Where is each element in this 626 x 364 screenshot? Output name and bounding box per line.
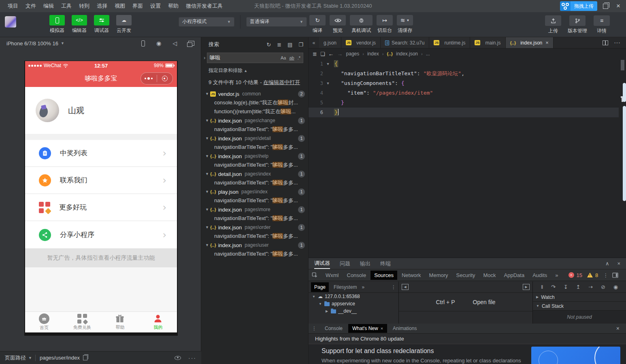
more-menu-button[interactable] xyxy=(141,77,157,80)
open-file-label[interactable]: Open file xyxy=(473,299,496,305)
copy-icon[interactable] xyxy=(83,355,87,360)
switch-background-button[interactable]: ↦ 切后台 xyxy=(377,15,393,34)
collapse-all-icon[interactable]: ❐ xyxy=(298,42,303,48)
editor-tab-vendorjs[interactable]: JSvendor.js xyxy=(341,37,381,48)
panel-tab-output[interactable]: 输出 xyxy=(360,260,370,267)
drawer-kebab-icon[interactable]: ⋮ xyxy=(312,326,317,331)
close-tab-icon[interactable]: × xyxy=(381,326,383,331)
devtools-tab-network[interactable]: Network xyxy=(398,271,425,280)
menu-edit[interactable]: 编辑 xyxy=(40,0,57,12)
menu-settings[interactable]: 设置 xyxy=(147,0,164,12)
dir-filter-toggle[interactable]: 指定目录和排除 ▲ xyxy=(201,63,308,74)
account-avatar[interactable] xyxy=(5,16,16,28)
menu-project[interactable]: 项目 xyxy=(4,0,22,12)
editor-toggle-button[interactable]: </> 编辑器 xyxy=(70,15,89,34)
deactivate-breakpoints-icon[interactable]: ⊘ xyxy=(601,284,605,290)
outline-icon[interactable]: ≣ xyxy=(313,51,317,57)
devtools-tab-security[interactable]: Security xyxy=(453,271,479,280)
close-panel-icon[interactable]: × xyxy=(617,260,620,267)
devtools-tab-audits[interactable]: Audits xyxy=(529,271,551,280)
drag-upload-button[interactable]: 拖拽上传 xyxy=(560,1,597,11)
devtools-tab-sources[interactable]: Sources xyxy=(370,271,397,280)
editor-tab-gjson[interactable]: g.json xyxy=(319,37,341,48)
eye-icon[interactable] xyxy=(175,356,181,360)
upload-button[interactable]: 上传 xyxy=(545,15,561,34)
editor-tab-search[interactable]: Search: 32.u7u xyxy=(381,37,429,48)
menu-goto[interactable]: 转到 xyxy=(75,0,93,12)
breadcrumb-item[interactable]: index xyxy=(367,51,379,57)
code-area[interactable]: 1 ▼ { 2 "navigationBarTitleText": "欧皇源码论… xyxy=(309,59,619,258)
menu-item-share[interactable]: 分享小程序 › xyxy=(25,221,177,248)
tree-item-dev[interactable]: ▶ __dev__ xyxy=(309,307,398,315)
whole-word-toggle[interactable]: ab xyxy=(289,55,294,60)
fold-chevron-icon[interactable]: ▼ xyxy=(323,78,333,88)
tab-home[interactable]: 首页 xyxy=(25,312,63,332)
editor-tab-mainjs[interactable]: JSmain.js xyxy=(470,37,505,48)
pause-icon[interactable]: ‖ xyxy=(541,284,543,290)
step-out-icon[interactable]: ↥ xyxy=(576,284,581,290)
tab-free-exchange[interactable]: 免费兑换 xyxy=(63,312,101,332)
clear-results-icon[interactable]: ≣ xyxy=(277,42,281,48)
panel-tab-debugger[interactable]: 调试器 xyxy=(314,258,330,269)
nav-forward-icon[interactable]: → xyxy=(337,51,343,57)
preview-button[interactable]: 预览 xyxy=(330,15,346,34)
result-match[interactable]: navigationBarTitleText": "哆啦多多... xyxy=(201,161,308,169)
menu-view[interactable]: 视图 xyxy=(111,0,129,12)
drawer-tab-animations[interactable]: Animations xyxy=(389,324,421,333)
result-file[interactable]: ▼ {..} index.json pages\order 1 xyxy=(201,223,308,232)
remote-debug-button[interactable]: 真机调试 xyxy=(350,15,373,34)
warning-icon[interactable] xyxy=(587,273,593,277)
editor-tab-indexjson[interactable]: {..}index.json × xyxy=(506,37,554,48)
result-file[interactable]: ▼ {..} index.json pages\user 1 xyxy=(201,241,308,250)
watch-section[interactable]: ▶ Watch xyxy=(533,293,626,302)
close-tab-icon[interactable]: × xyxy=(545,40,549,46)
toggle-replace-chevron[interactable]: › xyxy=(203,53,207,61)
fold-chevron-icon[interactable]: ▼ xyxy=(323,59,333,69)
dock-side-icon[interactable] xyxy=(612,273,618,278)
window-restore-button[interactable] xyxy=(603,4,608,9)
menu-help[interactable]: 帮助 xyxy=(164,0,182,12)
debugger-toggle-button[interactable]: 调试器 xyxy=(92,15,111,34)
inspect-icon[interactable] xyxy=(312,272,318,278)
sources-tab-page[interactable]: Page xyxy=(311,282,329,292)
result-file[interactable]: ▼ {..} index.json pages\help 1 xyxy=(201,152,308,161)
sources-tab-filesystem[interactable]: Filesystem xyxy=(330,282,360,292)
float-window-icon[interactable] xyxy=(188,41,194,46)
result-file[interactable]: ▼ {..} detail.json pages\index 1 xyxy=(201,169,308,178)
result-match[interactable]: navigationBarTitleText": "哆啦多多... xyxy=(201,232,308,241)
clear-cache-button[interactable]: ≋▼ 清缓存 xyxy=(397,15,413,34)
details-button[interactable]: ≡ 详情 xyxy=(594,15,610,34)
search-input[interactable]: 哆啦 Aa ab .* xyxy=(207,53,303,63)
search-query[interactable]: 哆啦 xyxy=(210,54,281,61)
result-file[interactable]: ▼ {..} index.json pages\change 1 xyxy=(201,116,308,125)
result-match[interactable]: navigationBarTitleText": "哆啦多多... xyxy=(201,214,308,223)
rotate-device-icon[interactable] xyxy=(141,40,145,47)
match-case-toggle[interactable]: Aa xyxy=(281,55,286,60)
devtools-tab-appdata[interactable]: AppData xyxy=(500,271,528,280)
breadcrumb-item[interactable]: index.json xyxy=(396,51,418,57)
call-stack-section[interactable]: ▼ Call Stack xyxy=(533,302,626,311)
devtools-tab-mock[interactable]: Mock xyxy=(480,271,500,280)
cloud-dev-button[interactable]: ☁ 云开发 xyxy=(115,15,133,34)
simulator-toggle-button[interactable]: 模拟器 xyxy=(48,15,66,34)
tab-help[interactable]: 帮助 xyxy=(101,312,139,332)
close-drawer-icon[interactable]: × xyxy=(616,325,623,332)
nav-back-icon[interactable]: ← xyxy=(328,51,334,57)
more-options-icon[interactable]: ··· xyxy=(188,355,196,361)
error-icon[interactable]: × xyxy=(569,272,574,278)
tab-scroll-left[interactable]: « xyxy=(309,37,319,48)
menu-item-contact-us[interactable]: 联系我们 › xyxy=(25,167,177,194)
result-file[interactable]: ▼ {..} index.json pages\more 1 xyxy=(201,205,308,214)
result-match[interactable]: navigationBarTitleText": "哆啦多多... xyxy=(201,125,308,134)
editor-more-icon[interactable]: ··· xyxy=(614,39,620,47)
open-in-editor-link[interactable]: 在编辑器中打开 xyxy=(263,79,300,85)
mute-icon[interactable]: ◁ xyxy=(172,40,177,47)
user-avatar[interactable] xyxy=(36,99,59,122)
result-match[interactable]: console.log(e),{title:"我正在哆啦封... xyxy=(201,98,308,107)
open-new-editor-icon[interactable]: ▤ xyxy=(287,42,292,48)
panel-tab-problems[interactable]: 问题 xyxy=(340,260,350,267)
result-match[interactable]: function(){return{title:"我正在哆啦... xyxy=(201,107,308,116)
devtools-tab-wxml[interactable]: Wxml xyxy=(322,271,343,280)
step-over-icon[interactable]: ↷ xyxy=(551,284,556,290)
menu-item-prize-list[interactable]: 中奖列表 › xyxy=(25,140,177,167)
